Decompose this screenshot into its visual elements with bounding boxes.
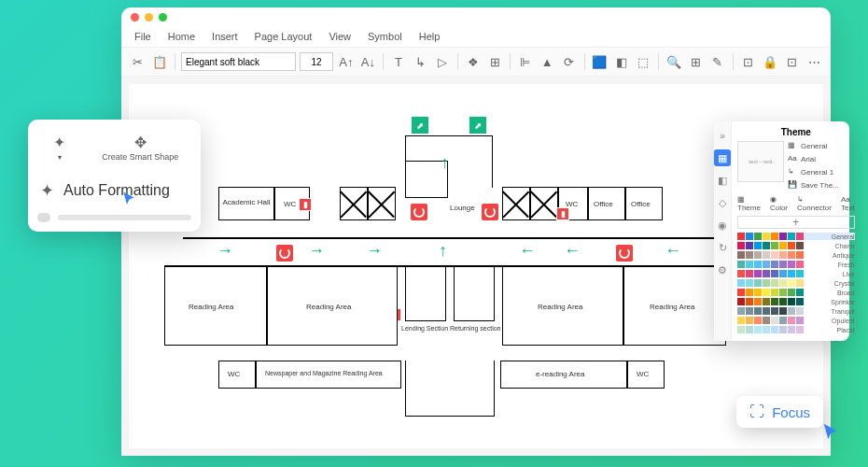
maximize-window-icon[interactable] <box>159 13 167 21</box>
align-icon[interactable]: ⊫ <box>516 51 535 72</box>
color-swatch[interactable] <box>754 261 762 268</box>
color-swatch[interactable] <box>771 261 778 268</box>
color-swatch[interactable] <box>788 307 795 315</box>
color-swatch[interactable] <box>746 298 753 305</box>
swatch-row[interactable]: Antique <box>737 251 855 259</box>
fill-icon[interactable]: 🟦 <box>590 51 609 72</box>
rail-expand-icon[interactable]: » <box>714 127 731 144</box>
color-swatch[interactable] <box>763 251 770 259</box>
color-swatch[interactable] <box>779 261 787 268</box>
color-swatch[interactable] <box>737 261 745 268</box>
color-swatch[interactable] <box>763 298 770 305</box>
connector-icon[interactable]: ↳ <box>412 51 430 72</box>
swatch-row[interactable]: Placid <box>737 326 855 333</box>
font-select[interactable] <box>181 52 296 71</box>
color-swatch[interactable] <box>746 261 753 268</box>
swatch-row[interactable]: Tranquil <box>737 307 855 315</box>
color-swatch[interactable] <box>754 242 762 249</box>
swatch-row[interactable]: Sprinkle <box>737 298 855 305</box>
color-swatch[interactable] <box>788 242 795 249</box>
swatch-row[interactable]: Live <box>737 270 855 277</box>
color-swatch[interactable] <box>746 233 753 240</box>
color-swatch[interactable] <box>779 270 787 277</box>
tab-theme[interactable]: ▦Theme <box>737 195 761 212</box>
slider-track[interactable] <box>58 215 191 220</box>
color-swatch[interactable] <box>771 298 778 305</box>
color-swatch[interactable] <box>737 326 745 333</box>
search-icon[interactable]: 🔍 <box>665 51 683 72</box>
color-swatch[interactable] <box>771 270 778 277</box>
spark-button[interactable]: ✦ ▾ <box>47 129 73 165</box>
color-swatch[interactable] <box>737 307 745 315</box>
color-swatch[interactable] <box>779 242 787 249</box>
pointer-icon[interactable]: ▷ <box>433 51 452 72</box>
color-swatch[interactable] <box>788 326 795 333</box>
color-swatch[interactable] <box>771 242 778 249</box>
color-swatch[interactable] <box>771 317 778 324</box>
color-swatch[interactable] <box>763 307 770 315</box>
rail-shapes-icon[interactable]: ◇ <box>714 194 731 211</box>
color-swatch[interactable] <box>746 279 753 287</box>
theme-option-font[interactable]: AaArial <box>788 154 839 163</box>
more-icon[interactable]: ⊡ <box>783 51 802 72</box>
menu-insert[interactable]: Insert <box>212 31 238 42</box>
color-swatch[interactable] <box>788 270 795 277</box>
menu-home[interactable]: Home <box>168 31 195 42</box>
swatch-row[interactable]: Charm <box>737 242 855 249</box>
swatch-row[interactable]: Opulent <box>737 317 855 324</box>
color-swatch[interactable] <box>779 251 787 259</box>
color-swatch[interactable] <box>746 326 753 333</box>
swatch-row[interactable]: Broad <box>737 289 855 296</box>
color-swatch[interactable] <box>771 233 778 240</box>
color-swatch[interactable] <box>771 251 778 259</box>
color-swatch[interactable] <box>763 242 770 249</box>
theme-option-save[interactable]: 💾Save The... <box>788 180 839 190</box>
pen-icon[interactable]: ✎ <box>708 51 727 72</box>
color-swatch[interactable] <box>754 307 762 315</box>
color-swatch[interactable] <box>796 317 804 324</box>
text-tool-icon[interactable]: T <box>389 51 408 72</box>
group-icon[interactable]: ⊞ <box>485 51 504 72</box>
menu-symbol[interactable]: Symbol <box>368 31 402 42</box>
color-swatch[interactable] <box>763 261 770 268</box>
rail-theme-icon[interactable]: ▦ <box>714 149 731 166</box>
color-swatch[interactable] <box>788 298 795 305</box>
size-icon[interactable]: ⊡ <box>739 51 758 72</box>
color-swatch[interactable] <box>796 298 804 305</box>
auto-format-slider[interactable] <box>37 213 191 222</box>
color-swatch[interactable] <box>754 233 762 240</box>
color-swatch[interactable] <box>763 317 770 324</box>
add-theme-button[interactable]: + <box>737 216 855 229</box>
color-swatch[interactable] <box>763 270 770 277</box>
options-icon[interactable]: ⋯ <box>805 51 823 72</box>
color-swatch[interactable] <box>796 270 804 277</box>
color-swatch[interactable] <box>788 317 795 324</box>
theme-option-connector[interactable]: ↳General 1 <box>788 167 839 177</box>
color-swatch[interactable] <box>737 279 745 287</box>
color-swatch[interactable] <box>754 251 762 259</box>
color-swatch[interactable] <box>779 298 787 305</box>
color-swatch[interactable] <box>779 279 787 287</box>
color-swatch[interactable] <box>754 270 762 277</box>
color-swatch[interactable] <box>796 242 804 249</box>
color-swatch[interactable] <box>788 279 795 287</box>
color-swatch[interactable] <box>737 317 745 324</box>
decrease-font-icon[interactable]: A↓ <box>359 51 378 72</box>
color-swatch[interactable] <box>746 289 753 296</box>
paste-icon[interactable]: 📋 <box>151 51 170 72</box>
menu-help[interactable]: Help <box>419 31 441 42</box>
color-swatch[interactable] <box>771 326 778 333</box>
color-swatch[interactable] <box>754 289 762 296</box>
color-swatch[interactable] <box>763 289 770 296</box>
auto-formatting-button[interactable]: ✦ Auto Formatting <box>37 176 191 205</box>
rail-style-icon[interactable]: ◉ <box>714 217 731 234</box>
minimize-window-icon[interactable] <box>145 13 153 21</box>
color-swatch[interactable] <box>788 261 795 268</box>
color-swatch[interactable] <box>771 279 778 287</box>
distribute-icon[interactable]: ▲ <box>538 51 556 72</box>
color-swatch[interactable] <box>754 298 762 305</box>
color-swatch[interactable] <box>763 279 770 287</box>
tab-text[interactable]: AaText <box>841 195 855 212</box>
theme-option-general[interactable]: ▦General <box>788 141 839 150</box>
table-icon[interactable]: ⊞ <box>687 51 706 72</box>
